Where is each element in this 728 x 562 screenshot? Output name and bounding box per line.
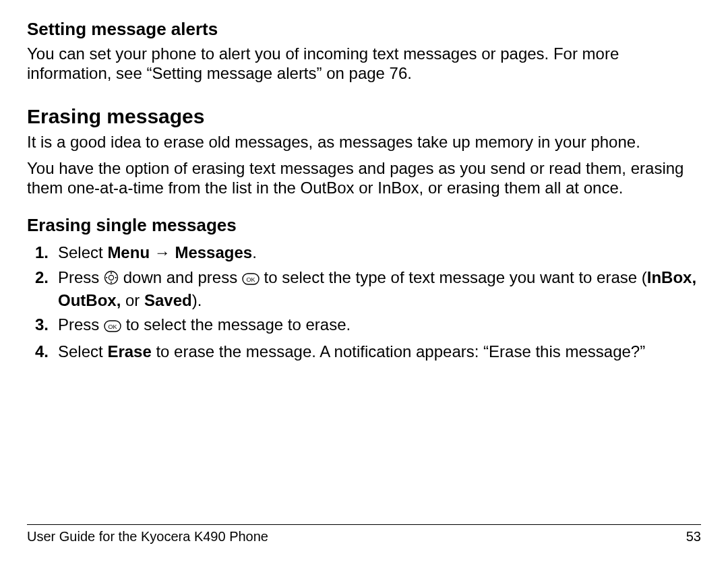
step2-a: Press (58, 268, 104, 286)
step4-b: to erase the message. A notification app… (152, 342, 645, 361)
footer-title: User Guide for the Kyocera K490 Phone (27, 529, 268, 544)
step-1: Select Menu → Messages. (27, 243, 701, 263)
step-3: Press OK to select the message to erase. (27, 315, 701, 338)
nav-ring-icon (104, 270, 119, 290)
step1-post: . (252, 243, 257, 261)
step3-a: Press (58, 315, 104, 334)
steps-list: Select Menu → Messages. Press down and p… (27, 243, 701, 363)
step2-d: or (121, 291, 144, 309)
step4-a: Select (58, 342, 107, 361)
svg-text:OK: OK (246, 276, 255, 283)
svg-point-2 (111, 272, 112, 274)
document-page: Setting message alerts You can set your … (0, 0, 728, 562)
para-setting-message-alerts: You can set your phone to alert you of i… (27, 44, 701, 84)
svg-point-4 (106, 277, 107, 278)
para-erasing-intro: It is a good idea to erase old messages,… (27, 132, 701, 152)
svg-text:OK: OK (109, 323, 117, 330)
ok-button-icon: OK (104, 317, 121, 338)
ok-button-icon: OK (242, 270, 260, 290)
svg-point-1 (109, 275, 113, 280)
svg-point-5 (115, 277, 117, 278)
step4-bold: Erase (107, 342, 151, 361)
footer-page-number: 53 (686, 529, 701, 544)
arrow-icon: → (150, 243, 175, 261)
step3-b: to select the message to erase. (121, 315, 351, 334)
step2-b: down and press (119, 268, 242, 286)
step2-e: ). (192, 291, 202, 309)
step-2: Press down and press OK to select the ty… (27, 268, 701, 311)
svg-point-3 (111, 282, 112, 283)
page-footer: User Guide for the Kyocera K490 Phone 53 (27, 524, 701, 544)
heading-erasing-single: Erasing single messages (27, 215, 701, 236)
step1-messages: Messages (175, 243, 252, 261)
heading-erasing-messages: Erasing messages (27, 105, 701, 128)
step-4: Select Erase to erase the message. A not… (27, 342, 701, 363)
para-erasing-options: You have the option of erasing text mess… (27, 158, 701, 198)
step2-c: to select the type of text message you w… (260, 268, 647, 286)
step1-pre: Select (58, 243, 107, 261)
heading-setting-message-alerts: Setting message alerts (27, 19, 701, 40)
step2-bold2: Saved (144, 291, 192, 309)
step1-menu: Menu (107, 243, 150, 261)
